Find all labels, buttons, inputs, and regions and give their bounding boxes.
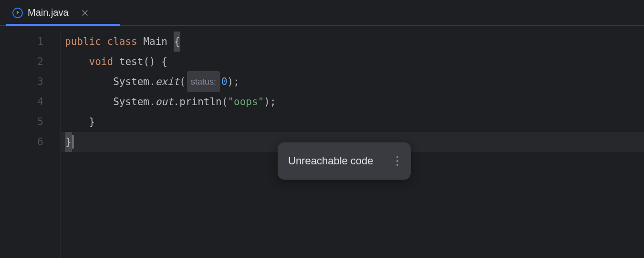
identifier-system: System (113, 72, 149, 92)
line-number[interactable]: 5 (0, 112, 61, 132)
line-number[interactable]: 2 (0, 52, 61, 72)
method-println: println (179, 92, 222, 112)
code-line[interactable]: void test() { (61, 52, 644, 72)
identifier-system: System (113, 92, 149, 112)
inspection-tooltip[interactable]: Unreachable code (278, 142, 411, 180)
keyword-class: class (107, 32, 137, 52)
brace-open-highlighted: { (174, 32, 181, 52)
field-out: out (156, 92, 174, 112)
line-number[interactable]: 3 (0, 72, 61, 92)
close-icon[interactable] (80, 8, 90, 18)
text-cursor (73, 135, 73, 149)
method-name: test (119, 52, 144, 72)
tab-bar: Main.java (0, 0, 644, 26)
code-line[interactable]: public class Main { (61, 32, 644, 52)
number-literal: 0 (221, 72, 228, 92)
java-class-icon (12, 8, 23, 18)
line-number[interactable]: 4 (0, 92, 61, 112)
tooltip-message: Unreachable code (288, 151, 374, 171)
code-area[interactable]: public class Main { void test() { System… (61, 32, 644, 258)
code-line[interactable]: } (61, 112, 644, 132)
line-number[interactable]: 6 (0, 132, 61, 152)
gutter: 1 2 3 4 5 6 (0, 32, 61, 258)
brace-close-highlighted: } (65, 132, 72, 152)
keyword-void: void (89, 52, 114, 72)
brace-close: } (89, 112, 95, 132)
keyword-public: public (65, 32, 101, 52)
class-name: Main (143, 32, 167, 52)
string-literal: "oops" (228, 92, 264, 112)
file-tab[interactable]: Main.java (6, 0, 96, 25)
method-exit: exit (156, 72, 180, 92)
code-line[interactable]: System.exit(status:0); (61, 72, 644, 92)
kebab-menu-icon[interactable] (395, 154, 400, 168)
tab-filename: Main.java (28, 7, 69, 18)
parameter-hint: status: (187, 71, 220, 92)
active-tab-indicator (6, 24, 120, 26)
editor-area: 1 2 3 4 5 6 public class Main { void tes… (0, 26, 644, 258)
line-number[interactable]: 1 (0, 32, 61, 52)
code-line[interactable]: System.out.println("oops"); (61, 92, 644, 112)
